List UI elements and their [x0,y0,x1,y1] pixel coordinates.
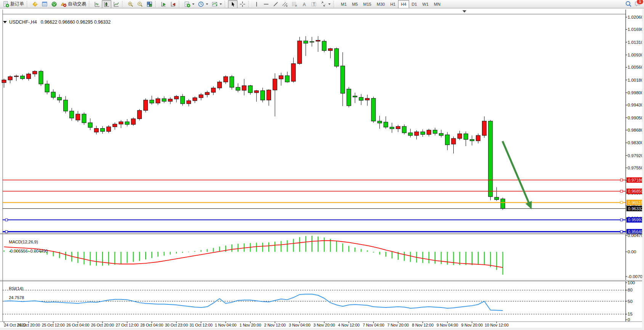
timeframe-button-d1[interactable]: D1 [409,0,420,8]
period-clock-button[interactable] [196,0,210,8]
price-line-label: 0.97186 [628,178,643,182]
candle-up [143,100,148,110]
chart-shift-button[interactable] [168,0,178,8]
line-handle[interactable] [620,179,623,181]
dropdown-arrow-icon [192,3,194,5]
svg-text:E: E [286,5,288,7]
line-handle[interactable] [620,190,623,192]
line-handle[interactable] [620,219,623,221]
search-icon[interactable] [625,0,631,7]
candle-down [285,76,289,82]
autotrade-button[interactable]: 自动交易 [59,0,88,8]
candle-down [88,123,92,127]
data-window-button[interactable] [40,0,49,8]
candlestick-chart-icon [103,1,110,7]
chart-canvas[interactable]: 1.020601.016901.013101.009301.005601.001… [0,9,644,330]
text-label-tool[interactable]: T [309,0,318,8]
candle-up [137,110,141,119]
crosshair-tool-button[interactable] [238,0,247,8]
candle-down [51,92,55,97]
bar-chart-button[interactable] [92,0,102,8]
horizontal-line-tool[interactable] [261,0,271,8]
toolbar-grip [225,1,227,7]
indicators-icon [211,1,218,7]
time-tick-label: 1 Nov 20:00 [239,323,261,327]
timeframe-button-h4[interactable]: H4 [398,0,409,8]
trendline-tool[interactable] [271,0,280,8]
candle-down [39,71,43,84]
time-tick-label: 26 Oct 20:00 [91,323,114,327]
candle-up [131,119,135,124]
candle-down [464,134,468,140]
timeframe-button-h1[interactable]: H1 [387,0,398,8]
line-handle[interactable] [5,230,8,233]
fibonacci-tool[interactable]: F [290,0,299,8]
price-tick-label: 0.97920 [628,153,644,158]
candle-up [205,92,209,95]
timeframe-button-m1[interactable]: M1 [338,0,349,8]
price-line-label: 0.96850 [628,189,643,193]
cursor-tool-button[interactable] [228,0,238,8]
timeframe-button-m15[interactable]: M15 [361,0,374,8]
candle-down [236,87,240,90]
zoom-out-icon [137,1,143,7]
chat-icon[interactable]: 1 [634,0,641,7]
tile-windows-button[interactable] [145,0,154,8]
timeframe-button-w1[interactable]: W1 [420,0,432,8]
timeframe-button-m30[interactable]: M30 [374,0,387,8]
toolbar-grip [333,1,336,7]
candle-down [150,100,154,103]
line-handle[interactable] [620,201,623,204]
new-order-button[interactable]: 新订单 [1,0,26,8]
candle-up [223,77,228,82]
notification-badge[interactable]: 1 [636,0,644,5]
auto-scroll-button[interactable] [159,0,168,8]
candlestick-chart-button[interactable] [102,0,111,8]
time-tick-label: 7 Nov 04:00 [363,323,384,327]
zoom-out-button[interactable] [135,0,145,8]
macd-label: MACD(12,26,9) -0.006556 -0.004490 [4,235,48,258]
zoom-in-button[interactable] [125,0,135,8]
candle-down [470,140,474,141]
candle-down [359,97,363,100]
line-handle[interactable] [5,219,8,221]
new-order-label: 新订单 [10,1,24,7]
candle-down [353,96,357,97]
toolbar-grip [179,1,181,7]
market-watch-button[interactable] [30,0,40,8]
candle-up [273,79,277,90]
new-order-icon [3,1,9,7]
new-chart-button[interactable] [182,0,196,8]
equidistant-channel-tool[interactable]: E [280,0,290,8]
candle-up [279,76,283,79]
timeframe-button-m5[interactable]: M5 [349,0,360,8]
arrows-tool[interactable] [318,0,332,8]
macd-title: MACD(12,26,9) [9,240,38,244]
candle-up [291,64,296,81]
chart-title-bar: USDCHF-,H4 0.96622 0.96660 0.96295 0.963… [3,19,111,25]
candle-down [445,135,450,145]
horizontal-line-icon [263,1,269,7]
chart-menu-icon[interactable] [3,21,7,23]
toolbar-grip [122,1,124,7]
time-tick-label: 24 Oct 20:00 [17,323,40,327]
indicators-button[interactable] [210,0,223,8]
line-handle[interactable] [620,230,623,233]
candle-down [70,111,74,118]
candle-up [14,76,18,77]
price-tick-label: 0.98680 [628,128,644,132]
line-chart-button[interactable] [111,0,121,8]
rsi-axis-label: 50 [628,299,633,304]
time-tick-label: 2 Nov 12:00 [264,323,286,327]
svg-text:A: A [303,2,306,7]
time-tick-label: 28 Oct 04:00 [140,323,163,327]
candle-up [119,122,123,124]
candle-up [8,77,12,80]
price-tick-label: 0.99430 [628,103,644,107]
timeframe-button-mn[interactable]: MN [431,0,443,8]
candle-down [371,98,376,121]
yellow-diamond-icon [32,1,38,7]
text-tool[interactable]: A [299,0,309,8]
vertical-line-tool[interactable] [252,0,261,8]
navigator-button[interactable] [49,0,59,8]
